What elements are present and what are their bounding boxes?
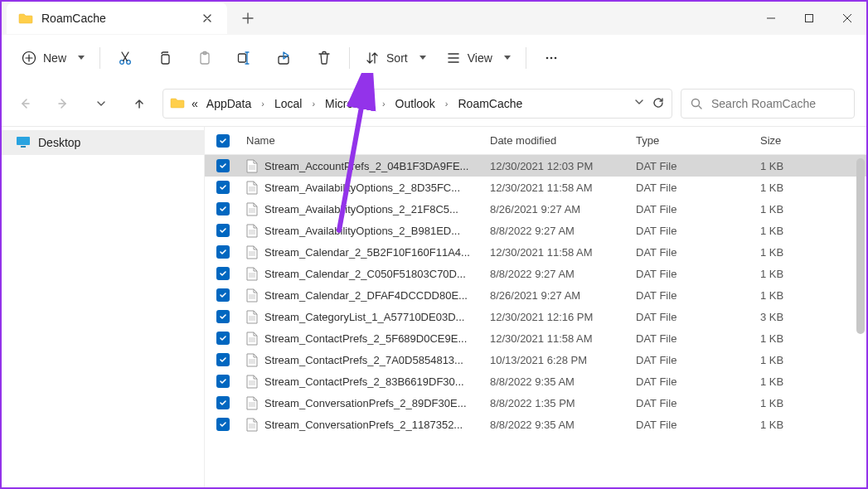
crumb[interactable]: AppData	[205, 97, 253, 110]
row-checkbox[interactable]	[205, 375, 241, 388]
column-header-date[interactable]: Date modified	[490, 134, 636, 147]
forward-button[interactable]	[48, 89, 78, 119]
row-checkbox[interactable]	[205, 396, 241, 409]
copy-button[interactable]	[145, 41, 185, 75]
paste-button[interactable]	[185, 41, 225, 75]
address-row: « AppData› Local› Microsoft› Outlook› Ro…	[2, 81, 866, 126]
more-button[interactable]	[531, 41, 571, 75]
sort-icon	[365, 51, 380, 65]
crumb[interactable]: Microsoft	[323, 97, 374, 110]
file-pane: Name Date modified Type Size Stream_Acco…	[205, 127, 866, 487]
row-checkbox[interactable]	[205, 332, 241, 345]
table-row[interactable]: Stream_AccountPrefs_2_04B1F3DA9FE...12/3…	[205, 155, 866, 177]
table-row[interactable]: Stream_ContactPrefs_2_7A0D5854813...10/1…	[205, 349, 866, 370]
file-size: 1 KB	[760, 160, 827, 172]
cut-button[interactable]	[105, 41, 145, 75]
svg-rect-14	[21, 146, 26, 148]
search-input[interactable]: Search RoamCache	[681, 89, 855, 119]
svg-point-10	[550, 56, 552, 59]
row-checkbox[interactable]	[205, 245, 241, 259]
file-type: DAT File	[636, 354, 760, 366]
scrollbar[interactable]	[856, 158, 865, 484]
clipboard-icon	[196, 50, 213, 66]
sidebar-item-desktop[interactable]: Desktop	[2, 130, 204, 155]
file-name: Stream_AvailabilityOptions_2_8D35FC...	[264, 182, 460, 194]
file-date: 12/30/2021 11:58 AM	[490, 332, 636, 345]
new-tab-button[interactable]	[235, 6, 260, 31]
share-button[interactable]	[264, 41, 304, 75]
new-button[interactable]: New	[12, 41, 95, 75]
table-row[interactable]: Stream_ConversationPrefs_2_89DF30E...8/8…	[205, 392, 866, 414]
address-bar[interactable]: « AppData› Local› Microsoft› Outlook› Ro…	[162, 89, 672, 119]
crumb[interactable]: Outlook	[394, 97, 437, 110]
row-checkbox[interactable]	[205, 353, 241, 366]
table-row[interactable]: Stream_Calendar_2_DFAF4DCCDD80E...8/26/2…	[205, 284, 866, 306]
scrollbar-thumb[interactable]	[856, 158, 865, 334]
file-type: DAT File	[636, 397, 760, 409]
row-checkbox[interactable]	[205, 224, 241, 237]
maximize-button[interactable]	[790, 2, 828, 34]
select-all-checkbox[interactable]	[205, 134, 241, 148]
file-date: 10/13/2021 6:28 PM	[490, 354, 636, 366]
view-button[interactable]: View	[436, 41, 521, 75]
up-button[interactable]	[124, 89, 154, 119]
recent-dropdown[interactable]	[86, 89, 116, 119]
refresh-button[interactable]	[652, 96, 665, 112]
view-list-icon	[446, 51, 461, 65]
file-date: 8/26/2021 9:27 AM	[490, 289, 636, 302]
back-button[interactable]	[10, 89, 40, 119]
row-checkbox[interactable]	[205, 418, 241, 431]
file-date: 12/30/2021 12:16 PM	[490, 311, 636, 323]
table-row[interactable]: Stream_AvailabilityOptions_2_8D35FC...12…	[205, 177, 866, 198]
row-checkbox[interactable]	[205, 202, 241, 215]
file-size: 1 KB	[760, 332, 827, 345]
table-row[interactable]: Stream_Calendar_2_5B2F10F160F11A4...12/3…	[205, 241, 866, 263]
file-icon	[246, 181, 258, 195]
column-header-type[interactable]: Type	[636, 134, 760, 147]
row-checkbox[interactable]	[205, 310, 241, 323]
table-row[interactable]: Stream_ConversationPrefs_2_1187352...8/8…	[205, 414, 866, 435]
crumb[interactable]: Local	[273, 97, 303, 110]
close-window-button[interactable]	[828, 2, 866, 34]
active-tab[interactable]: RoamCache	[7, 2, 227, 34]
file-name: Stream_AvailabilityOptions_2_B981ED...	[264, 225, 460, 237]
titlebar: RoamCache	[2, 2, 866, 35]
sort-button[interactable]: Sort	[355, 41, 436, 75]
table-row[interactable]: Stream_CategoryList_1_A57710DE03D...12/3…	[205, 306, 866, 327]
close-tab-button[interactable]	[197, 8, 217, 28]
crumb[interactable]: RoamCache	[456, 97, 524, 110]
rename-button[interactable]	[225, 41, 264, 75]
file-name: Stream_ContactPrefs_2_83B6619DF30...	[264, 375, 464, 388]
svg-rect-13	[17, 137, 30, 145]
file-icon	[246, 396, 258, 410]
new-label: New	[43, 51, 66, 65]
explorer-window: RoamCache New	[0, 0, 868, 489]
desktop-icon	[17, 136, 30, 150]
file-icon	[246, 267, 258, 281]
column-header-size[interactable]: Size	[760, 134, 827, 147]
row-checkbox[interactable]	[205, 288, 241, 302]
table-row[interactable]: Stream_ContactPrefs_2_5F689D0CE9E...12/3…	[205, 327, 866, 349]
file-size: 1 KB	[760, 203, 827, 215]
separator	[349, 47, 350, 69]
column-header-name[interactable]: Name	[241, 134, 490, 147]
file-name: Stream_Calendar_2_C050F51803C70D...	[264, 268, 466, 280]
table-row[interactable]: Stream_ContactPrefs_2_83B6619DF30...8/8/…	[205, 370, 866, 392]
row-checkbox[interactable]	[205, 181, 241, 194]
minimize-button[interactable]	[752, 2, 790, 34]
table-row[interactable]: Stream_Calendar_2_C050F51803C70D...8/8/2…	[205, 263, 866, 284]
ellipsis-icon	[544, 51, 559, 65]
table-row[interactable]: Stream_AvailabilityOptions_2_21F8C5...8/…	[205, 198, 866, 220]
delete-button[interactable]	[304, 41, 344, 75]
breadcrumb-overflow[interactable]: «	[190, 97, 200, 110]
sidebar-item-label: Desktop	[38, 136, 80, 149]
row-checkbox[interactable]	[205, 267, 241, 280]
chevron-down-icon	[633, 96, 645, 108]
file-size: 1 KB	[760, 182, 827, 194]
row-checkbox[interactable]	[205, 159, 241, 172]
separator	[99, 47, 100, 69]
plus-icon	[242, 12, 254, 24]
address-dropdown[interactable]	[633, 96, 645, 112]
file-size: 1 KB	[760, 397, 827, 409]
table-row[interactable]: Stream_AvailabilityOptions_2_B981ED...8/…	[205, 220, 866, 241]
